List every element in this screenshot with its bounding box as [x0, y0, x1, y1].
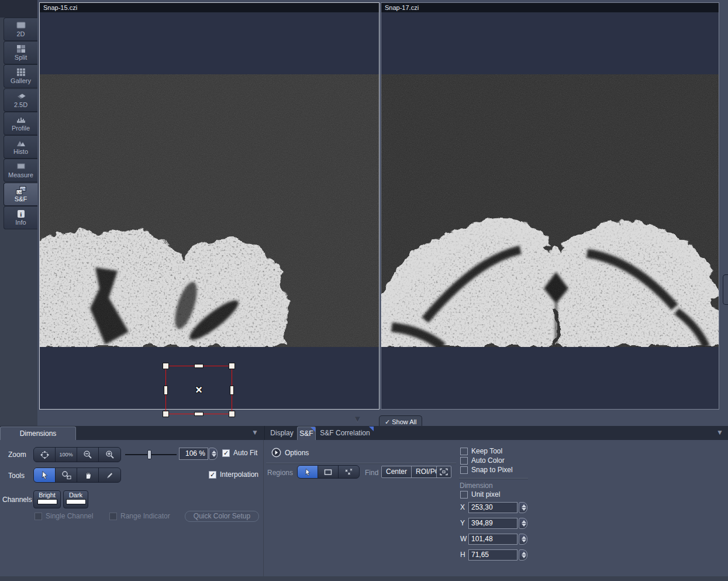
step-down-icon[interactable] — [212, 454, 216, 457]
channel-name: Bright — [34, 491, 60, 499]
keep-tool-checkbox[interactable]: Keep Tool — [460, 447, 502, 455]
pan-tool-button[interactable] — [77, 468, 99, 482]
zoom-percent-field[interactable]: 106 % — [179, 448, 208, 460]
x-stepper[interactable] — [519, 502, 527, 513]
region-select-tool[interactable] — [298, 466, 318, 478]
info-icon: i — [16, 209, 26, 218]
h-value-field[interactable]: 71,65 — [468, 549, 517, 561]
checkbox-box[interactable]: ✓ — [222, 449, 230, 457]
annotate-tool-button[interactable] — [99, 468, 120, 482]
checkbox-box[interactable] — [460, 457, 468, 465]
snap-to-pixel-checkbox[interactable]: Snap to Pixel — [460, 466, 513, 474]
image-title[interactable]: Snap-17.czi — [381, 3, 719, 13]
auto-fit-checkbox[interactable]: ✓ Auto Fit — [222, 449, 257, 457]
sidebar-item-info[interactable]: i Info — [4, 206, 37, 229]
zoom-in-button[interactable] — [99, 448, 120, 462]
sidebar-item-histo[interactable]: Histo — [4, 135, 37, 159]
checkbox-box[interactable] — [460, 448, 468, 455]
zoom-region-tool-button[interactable] — [56, 468, 77, 482]
y-value-field[interactable]: 394,89 — [468, 518, 517, 529]
sidebar-item-sf[interactable]: EMLM S&F — [4, 183, 37, 206]
sidebar-item-gallery[interactable]: Gallery — [4, 64, 37, 88]
roi-center-marker[interactable]: × — [195, 383, 202, 396]
y-stepper[interactable] — [519, 518, 527, 529]
step-down-icon[interactable] — [522, 555, 526, 558]
window-bottom-edge — [0, 576, 728, 581]
sidebar-item-split[interactable]: Split — [4, 41, 37, 64]
sidebar-item-2-5d[interactable]: 2.5D — [4, 88, 37, 112]
zoom-fit-button[interactable] — [34, 448, 56, 462]
step-down-icon[interactable] — [522, 524, 526, 527]
find-frame-button[interactable] — [436, 466, 451, 478]
x-value-field[interactable]: 253,30 — [468, 502, 517, 513]
sidebar-item-measure[interactable]: Measure — [4, 159, 37, 182]
zoom-out-button[interactable] — [77, 448, 99, 462]
roi-handle-top-left[interactable] — [163, 363, 169, 369]
zoom-slider-thumb[interactable] — [147, 450, 151, 459]
options-expander-icon[interactable] — [271, 448, 281, 458]
checkbox-box[interactable] — [460, 466, 468, 474]
collapse-viewer-controls-icon[interactable]: ▼ — [353, 414, 362, 424]
sidebar-item-2d[interactable]: 2D — [4, 18, 37, 41]
step-up-icon[interactable] — [212, 451, 216, 453]
step-down-icon[interactable] — [522, 539, 526, 542]
tab-dimensions[interactable]: Dimensions — [0, 427, 76, 440]
step-up-icon[interactable] — [522, 520, 526, 523]
image-title[interactable]: Snap-15.czi — [40, 3, 379, 13]
sidebar-item-profile[interactable]: Profile — [4, 112, 37, 135]
image-panel-right: Snap-17.czi — [381, 2, 719, 410]
tabstrip-dropdown-icon[interactable]: ▼ — [716, 428, 723, 436]
channel-color-swatch[interactable] — [66, 499, 86, 504]
dimension-y-row: Y 394,89 — [460, 518, 529, 529]
checkbox-box[interactable]: ✓ — [209, 471, 216, 479]
unit-pixel-checkbox[interactable]: Unit pixel — [460, 490, 500, 499]
find-center-button[interactable]: Center — [382, 466, 412, 477]
channel-bright-button[interactable]: Bright — [33, 490, 61, 508]
roi-handle-top[interactable] — [194, 364, 203, 368]
split-view-icon — [16, 44, 26, 53]
sidebar-item-label: Profile — [4, 125, 37, 132]
zoom-100-button[interactable]: 100% — [56, 448, 77, 462]
tab-sf[interactable]: S&F — [297, 427, 316, 440]
interpolation-label: Interpolation — [220, 470, 258, 479]
right-panel-flyout-handle[interactable] — [723, 274, 728, 305]
checkbox-box[interactable] — [109, 513, 117, 520]
w-value-field[interactable]: 101,48 — [468, 534, 517, 545]
checkbox-box[interactable] — [34, 513, 42, 520]
roi-handle-bottom[interactable] — [194, 412, 203, 416]
channel-color-swatch[interactable] — [37, 499, 57, 504]
tabstrip-dropdown-icon[interactable]: ▼ — [251, 428, 258, 436]
roi-handle-top-right[interactable] — [229, 363, 235, 369]
h-stepper[interactable] — [519, 549, 527, 561]
step-up-icon[interactable] — [522, 536, 526, 539]
region-points-tool[interactable] — [339, 466, 359, 478]
select-tool-button[interactable] — [34, 468, 56, 482]
options-separator — [266, 463, 456, 463]
roi-handle-right[interactable] — [230, 386, 234, 395]
channel-name: Dark — [64, 491, 88, 499]
w-stepper[interactable] — [519, 534, 527, 545]
step-down-icon[interactable] — [522, 508, 526, 511]
roi-handle-left[interactable] — [164, 386, 168, 395]
auto-color-checkbox[interactable]: Auto Color — [460, 456, 505, 465]
svg-text:LM: LM — [17, 191, 22, 194]
region-rectangle-tool[interactable] — [318, 466, 339, 478]
checkbox-box[interactable] — [460, 491, 468, 499]
sidebar-item-label: Histo — [4, 148, 37, 155]
image-canvas-right[interactable] — [381, 74, 719, 347]
step-up-icon[interactable] — [522, 504, 526, 507]
zoom-slider[interactable] — [125, 450, 177, 459]
channel-dark-button[interactable]: Dark — [63, 490, 88, 508]
step-up-icon[interactable] — [522, 552, 526, 555]
roi-handle-bottom-right[interactable] — [229, 411, 235, 417]
interpolation-checkbox[interactable]: ✓ Interpolation — [209, 470, 258, 479]
tab-display[interactable]: Display — [267, 427, 297, 440]
tab-sf-correlation[interactable]: S&F Correlation — [316, 427, 374, 440]
quick-color-setup-button[interactable]: Quick Color Setup — [185, 511, 259, 522]
roi-handle-bottom-left[interactable] — [163, 411, 169, 417]
roi-selection-rectangle[interactable]: × — [165, 366, 232, 414]
single-channel-checkbox[interactable]: Single Channel — [34, 512, 93, 520]
range-indicator-checkbox[interactable]: Range Indicator — [109, 512, 170, 520]
image-canvas-left[interactable]: × — [40, 74, 379, 347]
zoom-percent-stepper[interactable] — [209, 448, 218, 460]
